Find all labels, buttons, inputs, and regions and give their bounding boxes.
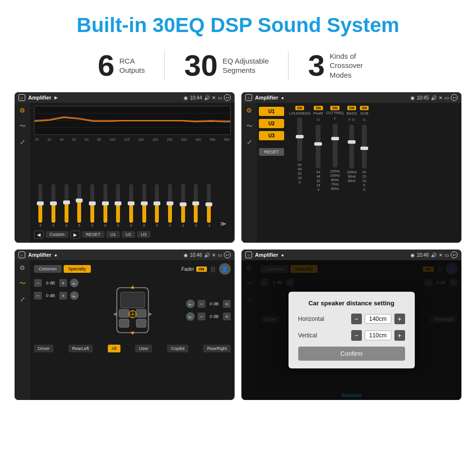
tab-specialty[interactable]: Specialty: [64, 265, 91, 273]
eq-graph: [34, 106, 231, 135]
sp-ch-row-3: 🔈 − 0 dB +: [186, 312, 231, 321]
eq-slider-13: -1: [207, 184, 211, 227]
eq-icon-3[interactable]: ⚙: [19, 264, 25, 271]
ch2-plus-button[interactable]: +: [223, 300, 231, 308]
fader-on-toggle[interactable]: ON: [196, 266, 207, 272]
ch3-plus-button[interactable]: +: [223, 313, 231, 320]
wave-sidebar-icon[interactable]: 〜: [246, 122, 253, 131]
screen4-time: 10:46: [417, 252, 429, 258]
minimize-icon-3[interactable]: ▭: [218, 252, 222, 258]
rearleft-button[interactable]: RearLeft: [68, 345, 93, 352]
amp-reset-button[interactable]: RESET: [259, 148, 284, 156]
ch3-val: 0 dB: [208, 314, 220, 319]
eq-bottom: ◀ Custom ▶ RESET U1 U2 U3: [34, 229, 231, 240]
driver-button[interactable]: Driver: [34, 345, 53, 352]
svg-rect-8: [119, 319, 129, 328]
sp-icon-1: 🔈: [70, 291, 79, 300]
screen2-statusbar: ⌂ Amplifier ● ◉ 10:45 🔊 ✕ ▭ ↩: [241, 92, 461, 103]
eq-slider-12: 0: [194, 184, 198, 227]
stat-rca: 6 RCAOutputs: [78, 50, 164, 81]
all-button[interactable]: All: [108, 345, 120, 352]
close-icon[interactable]: ✕: [212, 95, 216, 100]
horizontal-plus-button[interactable]: +: [394, 314, 405, 324]
close-icon-2[interactable]: ✕: [439, 95, 442, 100]
tab-common[interactable]: Common: [34, 265, 62, 273]
close-icon-4[interactable]: ✕: [439, 252, 442, 258]
preset-u2-button[interactable]: U2: [259, 119, 284, 128]
wave-icon-3[interactable]: 〜: [19, 279, 26, 288]
dot-icon-3: ●: [54, 252, 57, 258]
back-icon-3[interactable]: ↩: [224, 251, 231, 258]
eq-icon[interactable]: ⚙: [19, 107, 25, 114]
stats-row: 6 RCAOutputs 30 EQ AdjustableSegments 3 …: [0, 46, 476, 89]
vertical-plus-button[interactable]: +: [394, 330, 405, 341]
vertical-minus-button[interactable]: −: [351, 330, 362, 341]
wave-icon[interactable]: 〜: [19, 122, 26, 131]
volume-icon: 🔊: [204, 95, 210, 100]
eq-u3-button[interactable]: U3: [137, 231, 151, 238]
screen3-time: 10:46: [190, 252, 202, 258]
minimize-icon-2[interactable]: ▭: [444, 95, 449, 100]
confirm-button[interactable]: Confirm: [298, 347, 405, 361]
ch3-minus-button[interactable]: −: [198, 313, 205, 320]
eq-next-button[interactable]: ▶: [70, 231, 80, 239]
home-icon-4[interactable]: ⌂: [245, 251, 252, 258]
expand-icon-3[interactable]: ⤢: [20, 296, 25, 303]
close-icon-3[interactable]: ✕: [212, 252, 216, 258]
eq-reset-button[interactable]: RESET: [82, 231, 104, 238]
eq-slider-1: 0: [51, 184, 55, 227]
location-icon: ◉: [184, 95, 188, 100]
expand-icon[interactable]: ⤢: [20, 138, 25, 146]
back-icon-2[interactable]: ↩: [451, 94, 458, 101]
back-icon[interactable]: ↩: [224, 94, 231, 101]
expand-sidebar-icon[interactable]: ⤢: [247, 138, 252, 146]
location-icon-2: ◉: [410, 95, 415, 100]
screen3-status-right: ◉ 10:46 🔊 ✕ ▭ ↩: [184, 251, 231, 258]
horizontal-minus-button[interactable]: −: [351, 314, 362, 324]
ch1-minus-button[interactable]: −: [34, 292, 42, 299]
sp-main: Common Specialty Fader ON ||| 👤 − 0 dB +: [30, 260, 235, 400]
screen2-sidebar: ⚙ 〜 ⤢: [241, 103, 257, 243]
eq-prev-button[interactable]: ◀: [34, 231, 44, 239]
amp-channels: ON LOUDNESS 64 48 32 16 0 ON PHAT G: [286, 103, 461, 243]
ch0-minus-button[interactable]: −: [34, 279, 42, 287]
home-icon[interactable]: ⌂: [18, 94, 25, 101]
channel-loudness: ON LOUDNESS 64 48 32 16 0: [289, 106, 310, 240]
stat-eq-text: EQ AdjustableSegments: [222, 56, 269, 75]
eq-custom-button[interactable]: Custom: [46, 231, 68, 238]
dialog-row-horizontal: Horizontal − 140cm +: [298, 314, 405, 324]
eq-slider-6: 0: [116, 184, 120, 227]
eq-slider-expand[interactable]: ≫: [220, 220, 226, 227]
volume-icon-3: 🔊: [204, 252, 210, 258]
minimize-icon[interactable]: ▭: [218, 95, 222, 100]
screen2-app-title: Amplifier: [255, 95, 278, 100]
dialog-box: Car speaker distance setting Horizontal …: [289, 292, 415, 368]
dialog-title: Car speaker distance setting: [298, 299, 405, 307]
preset-u1-button[interactable]: U1: [259, 107, 284, 116]
eq-u1-button[interactable]: U1: [106, 231, 120, 238]
car-diagram: [83, 279, 182, 342]
ch2-val: 0 dB: [208, 301, 220, 306]
ch2-minus-button[interactable]: −: [198, 300, 205, 308]
eq-slider-10: 0: [168, 184, 172, 227]
eq-slider-4: 0: [90, 184, 94, 227]
eq-sidebar-icon[interactable]: ⚙: [246, 107, 252, 114]
screen2-time: 10:45: [417, 95, 429, 100]
eq-u2-button[interactable]: U2: [122, 231, 136, 238]
sp-left-channels: − 0 dB + 🔈 − 0 dB + 🔈: [34, 279, 79, 342]
ch1-plus-button[interactable]: +: [59, 292, 67, 299]
volume-icon-4: 🔊: [431, 252, 437, 258]
home-icon-3[interactable]: ⌂: [18, 251, 25, 258]
rearright-button[interactable]: RearRight: [203, 345, 231, 352]
preset-u3-button[interactable]: U3: [259, 131, 284, 140]
home-icon-2[interactable]: ⌂: [245, 94, 252, 101]
back-icon-4[interactable]: ↩: [451, 251, 458, 258]
user-button[interactable]: User: [135, 345, 152, 352]
screen4-app-title: Amplifier: [255, 252, 278, 258]
dialog-vertical-label: Vertical: [298, 332, 332, 339]
copilot-button[interactable]: Copilot: [167, 345, 188, 352]
profile-icon[interactable]: 👤: [219, 263, 231, 275]
screen4-status-left: ⌂ Amplifier ●: [245, 251, 284, 258]
ch0-plus-button[interactable]: +: [59, 279, 67, 287]
minimize-icon-4[interactable]: ▭: [444, 252, 449, 258]
